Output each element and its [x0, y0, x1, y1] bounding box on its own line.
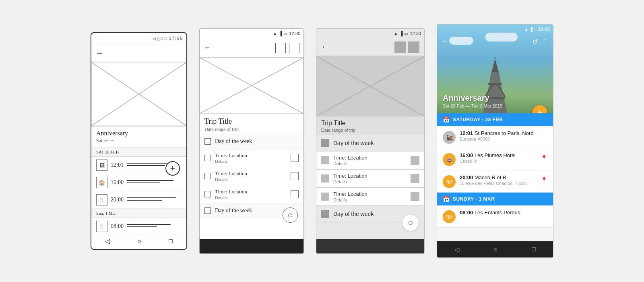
lofi-status-bar: ▲ ▐ ▭ 12:30	[316, 29, 424, 38]
sketch-item-1-icon: 🖼	[96, 160, 107, 171]
wire-action-icon-1[interactable]	[275, 43, 286, 53]
sketch-item-4-time: 08:00	[111, 223, 124, 230]
sketch-item-1-time: 12:01	[111, 162, 124, 168]
hifi-item-1-content: 12:01 St Pancras to Paris, Nord Eurostar…	[460, 130, 547, 141]
lofi-item-1-icon	[321, 156, 329, 164]
lofi-item-2-text: Time: Location Details	[333, 173, 407, 184]
sketch-status-bar: ◁△□□ 17:55	[91, 33, 186, 44]
lofi-wifi-icon: ▲	[394, 31, 398, 36]
hifi-back-icon[interactable]: ←	[441, 37, 448, 46]
hifi-trip-dates: Sat 28 Feb — Tue 3 Mar 2015	[443, 104, 502, 108]
hifi-item-4[interactable]: 🍽 08:00 Les Enfants Perdus	[437, 205, 553, 228]
sketch-back-icon[interactable]: ←	[95, 48, 103, 58]
lofi-action-icon-2[interactable]	[408, 41, 419, 53]
lofi-back-icon[interactable]: ←	[321, 43, 328, 51]
hifi-nav-recents-icon[interactable]: □	[532, 246, 536, 253]
wire-day-1-checkbox[interactable]	[204, 138, 211, 145]
wire-hero-image	[200, 58, 303, 114]
wire-item-2-detail: Details	[215, 177, 287, 182]
hifi-item-1-time-title: 12:01 St Pancras to Paris, Nord	[460, 130, 547, 136]
wire-item-1-title: Time: Location	[215, 152, 287, 159]
lofi-hero-image	[316, 56, 424, 116]
hifi-hero-image: ▲ ▐ ▭ 12:30 ← ↺ ⋮ Anniversary Sat 28 Feb…	[437, 25, 553, 113]
lofi-day-row-1: Day of the week	[316, 135, 424, 151]
hifi-item-3-content: 20:00 Maceo R et B 15 Rue des Petits Cha…	[460, 174, 537, 186]
sketch-nav-back-icon[interactable]: ◁	[105, 237, 110, 245]
hifi-nav-home-icon[interactable]: ○	[493, 246, 497, 253]
lofi-day-2-icon	[321, 210, 329, 218]
hifi-item-3-icon: 🍽	[443, 175, 456, 188]
lofi-item-3-text: Time: Location Details	[333, 191, 407, 202]
screen-lofi: ▲ ▐ ▭ 12:30 ← Trip Title Date range of t…	[316, 28, 425, 254]
hifi-status-bar: ▲ ▐ ▭ 12:30	[437, 25, 553, 33]
sketch-item-2-icon: 🏠	[96, 177, 107, 188]
sketch-title-area: Anniversary Sat h~~~	[91, 126, 186, 147]
wire-item-1-text: Time: Location Details	[215, 152, 287, 164]
wire-item-3-checkbox[interactable]	[204, 191, 211, 197]
sketch-day-header-2: Sun, 1 Mar	[91, 209, 186, 218]
hifi-item-1-title: St Pancras to Paris, Nord	[475, 130, 534, 136]
sketch-fab-button[interactable]: +	[165, 161, 180, 176]
lofi-item-2-action[interactable]	[411, 174, 419, 183]
hifi-item-3[interactable]: 🍽 20:00 Maceo R et B 15 Rue des Petits C…	[437, 170, 553, 193]
hifi-item-2-icon: 🏨	[443, 153, 456, 166]
sketch-nav-bar: ◁ ○ □	[91, 233, 186, 249]
screen-hifi: ▲ ▐ ▭ 12:30 ← ↺ ⋮ Anniversary Sat 28 Feb…	[437, 24, 553, 258]
hifi-day-2-label: SUNDAY - 1 MAR	[453, 196, 495, 202]
lofi-bottom-bar	[316, 239, 424, 253]
hifi-refresh-icon[interactable]: ↺	[533, 38, 538, 46]
hifi-item-3-location-icon[interactable]: 📍	[541, 177, 547, 183]
sketch-status-icons: ◁△□□ 17:55	[153, 36, 183, 41]
wire-day-row-1: Day of the week	[200, 134, 303, 149]
lofi-item-1-action[interactable]	[411, 156, 419, 165]
hifi-calendar-icon-2: 📅	[443, 196, 450, 202]
hifi-battery-icon: ▭	[534, 27, 537, 31]
wire-item-3-action[interactable]	[291, 190, 299, 198]
wire-day-2-checkbox[interactable]	[204, 207, 211, 214]
hifi-title-overlay: Anniversary Sat 28 Feb — Tue 3 Mar 2015	[443, 93, 502, 108]
lofi-item-row-1: Time: Location Details	[316, 151, 424, 170]
wire-item-3-title: Time: Location	[215, 189, 287, 195]
hifi-nav-bar: ◁ ○ □	[437, 241, 553, 257]
hifi-item-2-location-icon[interactable]: 📍	[541, 155, 547, 161]
lofi-item-3-action[interactable]	[411, 192, 419, 201]
hifi-item-1[interactable]: 🚂 12:01 St Pancras to Paris, Nord Eurost…	[437, 126, 553, 148]
lofi-action-icon-1[interactable]	[394, 41, 406, 53]
wire-item-1-action[interactable]	[291, 154, 299, 162]
hifi-day-1-label: SATURDAY - 28 FEB	[453, 117, 503, 122]
hifi-item-2[interactable]: 🏨 16:00 Les Plumes Hotel Check-in 📍	[437, 148, 553, 170]
hifi-item-2-time: 16:00	[460, 152, 473, 158]
wire-wifi-icon: ▲	[273, 31, 277, 36]
wire-header: ←	[200, 38, 303, 58]
hifi-calendar-icon-1: 📅	[443, 116, 450, 123]
wire-item-1-detail: Details	[215, 159, 287, 164]
sketch-nav-home-icon[interactable]: ○	[137, 238, 141, 245]
hifi-nav-back-icon[interactable]: ◁	[454, 246, 459, 253]
hifi-item-3-subtitle: 15 Rue des Petits Champs, 75001	[460, 181, 537, 186]
wire-item-2-checkbox[interactable]	[204, 173, 211, 179]
wire-back-icon[interactable]: ←	[204, 44, 211, 52]
lofi-item-3-icon	[321, 193, 329, 201]
lofi-item-row-2: Time: Location Details	[316, 170, 424, 188]
wire-item-2-action[interactable]	[291, 172, 299, 180]
lofi-item-2-icon	[321, 174, 329, 182]
hifi-item-3-time-title: 20:00 Maceo R et B	[460, 174, 537, 180]
wire-fab-button[interactable]: ○	[283, 207, 298, 223]
hifi-item-4-title: Les Enfants Perdus	[475, 209, 520, 216]
wire-header-actions	[275, 43, 299, 53]
screens-container: ◁△□□ 17:55 ← Anniversary Sat h~~~ + SAT …	[83, 16, 561, 266]
sketch-nav-recents-icon[interactable]: □	[169, 238, 173, 245]
wire-action-icon-2[interactable]	[289, 43, 299, 53]
screen-wireframe: ▲ ▐ ▭ 12:30 ← Trip Title Date range of t…	[199, 28, 304, 254]
sketch-item-4-lines	[127, 224, 182, 229]
wire-item-3-text: Time: Location Details	[215, 189, 287, 200]
sketch-trip-subtitle: Sat h~~~	[96, 138, 182, 144]
hifi-fab-button[interactable]: +	[532, 105, 547, 113]
hifi-item-3-title: Maceo R et B	[475, 174, 506, 180]
hifi-item-1-icon: 🚂	[443, 131, 456, 144]
hifi-more-icon[interactable]: ⋮	[543, 38, 549, 46]
wire-item-1-checkbox[interactable]	[204, 155, 211, 161]
lofi-item-row-3: Time: Location Details	[316, 188, 424, 206]
hifi-item-4-content: 08:00 Les Enfants Perdus	[460, 209, 547, 216]
lofi-fab-button[interactable]: ○	[402, 215, 419, 231]
